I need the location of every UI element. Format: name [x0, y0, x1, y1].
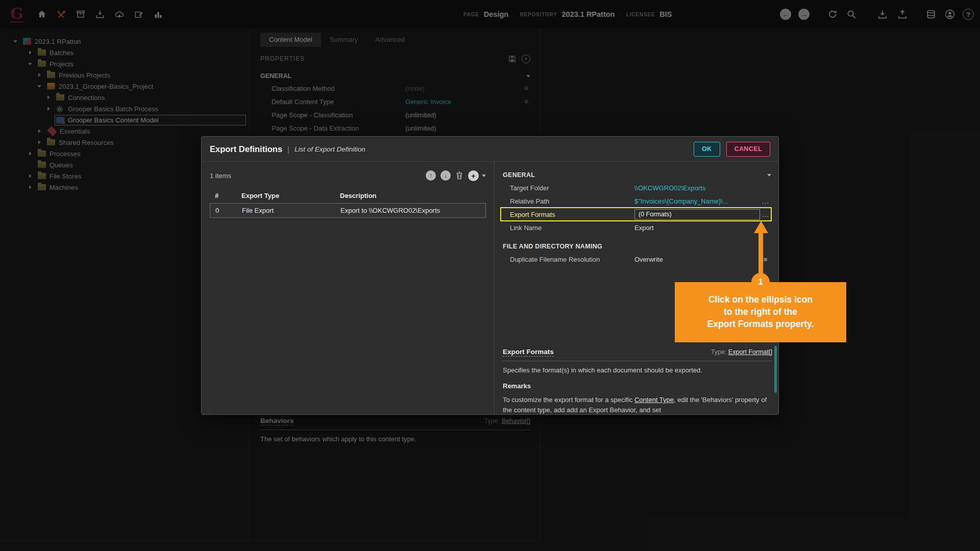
- ellipsis-icon[interactable]: ...: [760, 197, 771, 205]
- col-export-type: Export Type: [241, 192, 340, 199]
- callout-line: Export Formats property.: [675, 318, 846, 330]
- remarks-header: Remarks: [503, 382, 772, 390]
- list-header: # Export Type Description: [210, 189, 486, 202]
- property-row-target-folder[interactable]: Target Folder \\OKCWGRO02\Exports: [501, 181, 771, 194]
- export-definitions-dialog: Export Definitions | List of Export Defi…: [201, 136, 779, 415]
- type-label: Type:: [711, 348, 727, 356]
- callout-arrow-stem: [758, 231, 763, 276]
- col-description: Description: [340, 192, 486, 199]
- delete-icon[interactable]: [455, 171, 463, 180]
- ellipsis-icon[interactable]: ...: [760, 211, 771, 218]
- help-title[interactable]: Export Formats: [503, 348, 554, 357]
- ok-button[interactable]: OK: [694, 142, 720, 157]
- scrollbar-thumb[interactable]: [774, 346, 777, 393]
- property-row-export-formats[interactable]: Export Formats (0 Formats) ...: [501, 208, 771, 221]
- cell-description: Export to \\OKCWGRO02\Exports: [340, 207, 485, 214]
- remarks-pre: To customize the export format for a spe…: [503, 396, 634, 404]
- cell-export-type: File Export: [242, 207, 340, 214]
- dialog-header: Export Definitions | List of Export Defi…: [202, 137, 778, 162]
- move-down-icon[interactable]: ↓: [440, 170, 451, 181]
- property-row-link-name[interactable]: Link Name Export: [501, 221, 771, 234]
- property-row-duplicate-resolution[interactable]: Duplicate Filename Resolution Overwrite …: [501, 253, 771, 266]
- remarks-text: To customize the export format for a spe…: [503, 395, 772, 415]
- general-section-header[interactable]: GENERAL: [503, 171, 535, 179]
- help-description: Specifies the format(s) in which each do…: [503, 366, 772, 374]
- add-icon[interactable]: +: [468, 170, 479, 181]
- callout-line: to the right of the: [675, 306, 846, 318]
- export-formats-help-panel: Export Formats Type: Export Format[] Spe…: [503, 348, 772, 415]
- file-naming-section-header[interactable]: FILE AND DIRECTORY NAMING: [503, 243, 602, 250]
- cell-index: 0: [215, 207, 242, 214]
- export-definition-row[interactable]: 0 File Export Export to \\OKCWGRO02\Expo…: [210, 203, 486, 218]
- dialog-title: Export Definitions: [210, 144, 282, 154]
- export-formats-value[interactable]: (0 Formats): [634, 209, 760, 220]
- col-index: #: [215, 192, 241, 199]
- callout-step-number: 1: [751, 273, 770, 291]
- type-link[interactable]: Export Format[]: [728, 348, 772, 356]
- cancel-button[interactable]: CANCEL: [726, 142, 770, 157]
- collapse-icon[interactable]: [767, 174, 771, 177]
- add-menu-caret-icon[interactable]: [482, 174, 486, 177]
- move-up-icon[interactable]: ↑: [426, 170, 436, 181]
- items-count: 1 items: [210, 172, 231, 180]
- property-row-relative-path[interactable]: Relative Path $"Invoices\{Company_Name}\…: [501, 194, 771, 208]
- export-definition-list: 1 items ↑ ↓ + # Export Type Description …: [202, 162, 494, 414]
- content-type-link[interactable]: Content Type: [634, 396, 674, 404]
- callout-line: Click on the ellipsis icon: [675, 293, 846, 306]
- title-separator: |: [287, 145, 289, 154]
- dialog-subtitle: List of Export Definition: [295, 145, 365, 153]
